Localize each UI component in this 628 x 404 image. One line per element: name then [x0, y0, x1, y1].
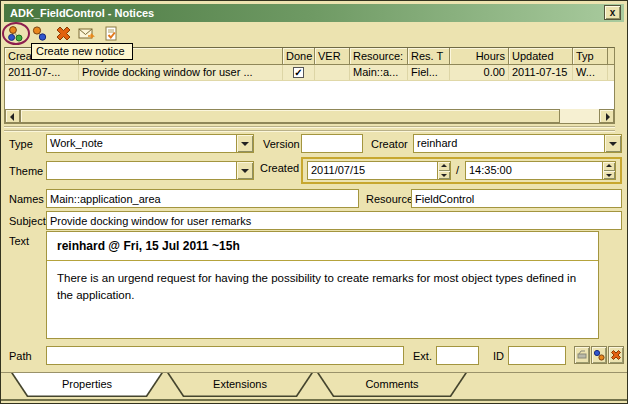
created-separator: / [456, 164, 459, 176]
theme-value [47, 162, 236, 179]
creator-value: reinhard [414, 135, 604, 152]
done-checkbox[interactable]: ✓ [293, 67, 304, 78]
scroll-left-icon [10, 113, 14, 121]
resource-label: Resource [366, 193, 413, 205]
tab-extensions-label: Extensions [167, 373, 313, 397]
delete-notice-icon [55, 25, 72, 42]
created-time-field[interactable]: 14:35:00 [465, 161, 616, 180]
cell-subject: Provide docking window for user ... [79, 65, 283, 80]
ext-input[interactable] [436, 346, 479, 365]
table-row[interactable]: 2011-07-... Provide docking window for u… [5, 65, 614, 81]
toolbar [5, 24, 121, 44]
new-notice-icon [7, 25, 24, 42]
cell-resource: Main::a... [350, 65, 408, 80]
spin-down-icon[interactable] [438, 171, 450, 180]
column-header-restype[interactable]: Res. T [408, 48, 450, 64]
tooltip-text: Create new notice [36, 45, 125, 57]
open-path-button[interactable] [574, 346, 590, 364]
chevron-down-icon[interactable] [236, 135, 253, 152]
text-heading: reinhard @ Fri, 15 Jul 2011 ~15h [57, 239, 588, 253]
clear-path-icon [610, 349, 622, 361]
window-title: ADK_FieldControl - Notices [10, 7, 154, 19]
created-date-value: 2011/07/15 [308, 162, 437, 179]
names-input[interactable] [46, 189, 359, 208]
type-label: Type [9, 138, 33, 150]
edit-notice-button[interactable] [101, 24, 121, 43]
spin-up-icon[interactable] [438, 162, 450, 171]
theme-label: Theme [9, 165, 43, 177]
mail-notice-icon [78, 25, 96, 42]
resource-input[interactable] [411, 189, 622, 208]
created-label: Created [260, 162, 299, 174]
scroll-left-button[interactable] [5, 109, 20, 123]
text-body: There is an urgend request for having th… [57, 270, 579, 305]
tab-properties[interactable]: Properties [11, 373, 163, 397]
scrollbar-track[interactable] [560, 109, 599, 123]
open-path-icon [576, 349, 588, 361]
id-input[interactable] [508, 346, 566, 365]
created-time-value: 14:35:00 [466, 162, 602, 179]
tab-extensions[interactable]: Extensions [167, 373, 313, 397]
names-label: Names [9, 193, 44, 205]
type-combobox[interactable]: Work_note [46, 134, 254, 153]
time-spinner [602, 162, 615, 179]
edit-notice-icon [103, 25, 120, 42]
title-bar[interactable]: ADK_FieldControl - Notices [4, 4, 624, 22]
assign-notice-icon [593, 349, 605, 361]
assign-notice-button[interactable] [591, 346, 607, 364]
creator-combobox[interactable]: reinhard [413, 134, 622, 153]
column-header-updated[interactable]: Updated [509, 48, 573, 64]
scrollbar-thumb[interactable] [20, 109, 560, 123]
cell-restype: Fiel... [408, 65, 450, 80]
spin-down-icon[interactable] [603, 171, 615, 180]
created-date-field[interactable]: 2011/07/15 [307, 161, 451, 180]
copy-notice-icon [31, 25, 48, 42]
copy-notice-button[interactable] [29, 24, 49, 43]
id-label: ID [493, 350, 504, 362]
ext-label: Ext. [413, 350, 432, 362]
spin-up-icon[interactable] [603, 162, 615, 171]
date-spinner [437, 162, 450, 179]
horizontal-scrollbar [5, 109, 614, 123]
tab-comments-label: Comments [317, 373, 467, 397]
subject-input[interactable] [46, 211, 622, 230]
cell-created: 2011-07-... [5, 65, 79, 80]
text-editor[interactable]: reinhard @ Fri, 15 Jul 2011 ~15h There i… [46, 231, 599, 339]
column-header-hours[interactable]: Hours [450, 48, 509, 64]
clear-path-button[interactable] [608, 346, 624, 364]
cell-updated: 2011-07-15 [509, 65, 573, 80]
tab-properties-label: Properties [11, 373, 163, 397]
scroll-right-button[interactable] [599, 109, 614, 123]
column-header-ver[interactable]: VER [315, 48, 350, 64]
cell-type: W... [573, 65, 608, 80]
mail-notice-button[interactable] [77, 24, 97, 43]
notices-window: ADK_FieldControl - Notices x [0, 0, 628, 404]
delete-notice-button[interactable] [53, 24, 73, 43]
splitter-handle[interactable] [4, 126, 615, 132]
chevron-down-icon[interactable] [236, 162, 253, 179]
bottom-edge [1, 399, 628, 401]
close-button[interactable]: x [604, 5, 621, 20]
chevron-down-icon[interactable] [604, 135, 621, 152]
creator-label: Creator [371, 138, 408, 150]
version-label: Version [263, 138, 300, 150]
cell-done: ✓ [283, 65, 315, 80]
path-input[interactable] [46, 346, 404, 365]
text-label: Text [9, 235, 29, 247]
cell-hours: 0.00 [450, 65, 509, 80]
column-header-type[interactable]: Typ [573, 48, 608, 64]
close-icon: x [610, 7, 616, 18]
cell-ver [315, 65, 350, 80]
tooltip: Create new notice [31, 43, 133, 60]
subject-label: Subject [9, 215, 46, 227]
type-value: Work_note [47, 135, 236, 152]
path-label: Path [9, 350, 32, 362]
column-header-done[interactable]: Done [283, 48, 315, 64]
text-divider [47, 260, 598, 261]
scroll-right-icon [606, 113, 610, 121]
column-header-resource[interactable]: Resource: [350, 48, 408, 64]
theme-combobox[interactable] [46, 161, 254, 180]
new-notice-button[interactable] [5, 24, 25, 43]
tab-comments[interactable]: Comments [317, 373, 467, 397]
version-input[interactable] [301, 134, 363, 153]
